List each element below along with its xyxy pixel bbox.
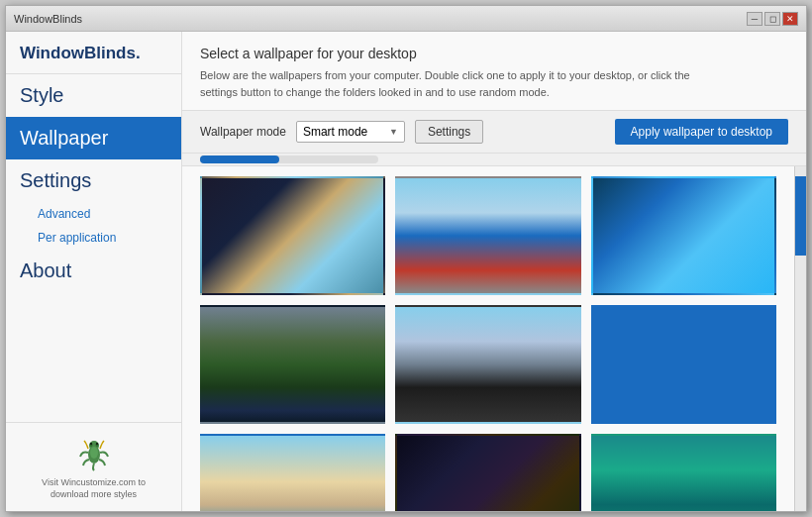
window-title: WindowBlinds (14, 13, 82, 25)
horizontal-scrollbar-thumb[interactable] (200, 155, 279, 163)
sidebar-item-per-application[interactable]: Per application (6, 226, 181, 250)
toolbar: Wallpaper mode Smart mode ▼ Settings App… (182, 111, 806, 154)
sidebar: WindowBlinds. Style Wallpaper Settings A… (6, 32, 182, 511)
wallpaper-item-5[interactable] (395, 305, 580, 424)
sidebar-footer: Visit Wincustomize.com todownload more s… (6, 422, 181, 511)
window-content: WindowBlinds. Style Wallpaper Settings A… (6, 32, 806, 511)
mode-label: Wallpaper mode (200, 125, 286, 139)
wallpaper-item-3[interactable] (591, 176, 776, 295)
wallpaper-item-8[interactable] (395, 434, 580, 511)
wallpapers-area[interactable] (182, 166, 794, 511)
logo-regular: Blinds. (84, 44, 141, 62)
restore-button[interactable]: ◻ (764, 12, 780, 26)
sidebar-item-style[interactable]: Style (6, 74, 181, 117)
wallpaper-item-6[interactable] (591, 305, 776, 424)
sidebar-item-settings[interactable]: Settings (6, 159, 181, 202)
logo-bold: Window (20, 44, 84, 62)
mode-value: Smart mode (303, 125, 367, 139)
sidebar-item-advanced[interactable]: Advanced (6, 202, 181, 226)
svg-point-5 (96, 443, 98, 445)
window-controls: ─ ◻ ✕ (747, 12, 798, 26)
sidebar-item-about[interactable]: About (6, 250, 181, 292)
vertical-scrollbar[interactable] (794, 166, 806, 511)
main-content: Select a wallpaper for your desktop Belo… (182, 32, 806, 511)
wallpaper-item-7[interactable] (200, 434, 385, 511)
apply-wallpaper-button[interactable]: Apply wallpaper to desktop (615, 119, 788, 145)
wallpaper-item-2[interactable] (395, 176, 580, 295)
sidebar-item-wallpaper[interactable]: Wallpaper (6, 117, 181, 159)
minimize-button[interactable]: ─ (747, 12, 762, 26)
page-title: Select a wallpaper for your desktop (200, 46, 788, 61)
wallpapers-grid (200, 176, 776, 511)
horizontal-scrollbar[interactable] (200, 155, 378, 163)
wallpaper-item-4[interactable] (200, 305, 385, 424)
svg-point-6 (90, 447, 98, 459)
close-button[interactable]: ✕ (782, 12, 798, 26)
settings-button[interactable]: Settings (415, 120, 483, 144)
page-description: Below are the wallpapers from your compu… (200, 67, 715, 100)
dropdown-arrow-icon: ▼ (389, 127, 398, 137)
gecko-icon (74, 433, 114, 472)
vertical-scrollbar-thumb[interactable] (795, 176, 806, 256)
logo-area: WindowBlinds. (6, 32, 181, 74)
app-logo: WindowBlinds. (20, 44, 141, 62)
footer-text: Visit Wincustomize.com todownload more s… (42, 476, 146, 501)
main-window: WindowBlinds ─ ◻ ✕ WindowBlinds. Style W… (5, 5, 807, 512)
wallpaper-item-1[interactable] (200, 176, 385, 295)
wallpapers-row (182, 166, 806, 511)
titlebar: WindowBlinds ─ ◻ ✕ (6, 6, 806, 32)
main-header: Select a wallpaper for your desktop Belo… (182, 32, 806, 111)
horizontal-scrollbar-track (182, 154, 806, 166)
wallpaper-mode-dropdown[interactable]: Smart mode ▼ (296, 121, 405, 143)
svg-point-4 (90, 443, 92, 445)
wallpaper-item-9[interactable] (591, 434, 776, 511)
